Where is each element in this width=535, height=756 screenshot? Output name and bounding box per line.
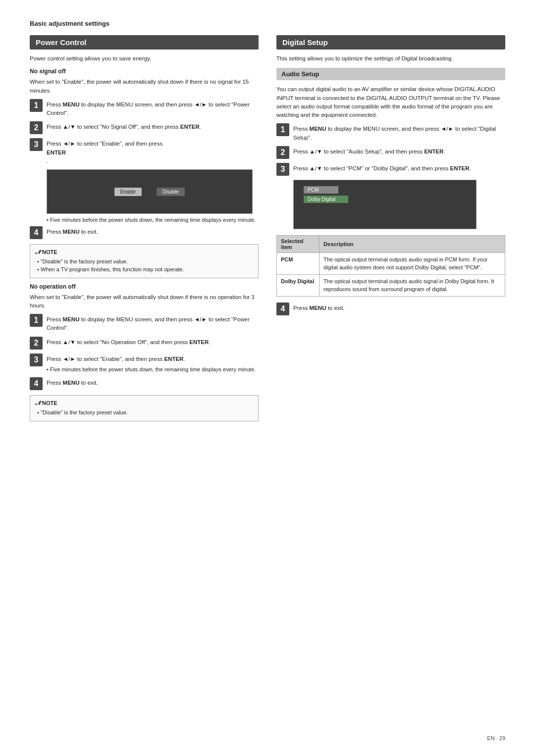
step-num-d2: 2 (276, 146, 289, 159)
step-4-no-op: 4 Press MENU to exit. (30, 377, 259, 390)
note-title-2: 𝒩 NOTE (35, 400, 253, 406)
step-2-no-signal: 2 Press ▲/▼ to select "No Signal Off", a… (30, 121, 259, 134)
table-cell-pcm-item: PCM (277, 252, 320, 274)
digital-setup-section: Digital Setup This setting allows you to… (276, 35, 505, 426)
enable-btn: Enable (114, 188, 142, 196)
note-icon-1: 𝒩 (35, 249, 40, 255)
step-num-1: 1 (30, 99, 43, 112)
note-box-1: 𝒩 NOTE "Disable" is the factory preset v… (30, 244, 259, 278)
basic-adjustment-title: Basic adjustment settings (30, 20, 505, 27)
step-3-digital: 3 Press ▲/▼ to select "PCM" or "Dolby Di… (276, 163, 505, 176)
no-operation-off-title: No operation off (30, 283, 259, 290)
table-cell-dolby-desc: The optical output terminal outputs audi… (320, 274, 505, 296)
step-num-op-4: 4 (30, 377, 43, 390)
step-1-no-op: 1 Press MENU to display the MENU screen,… (30, 314, 259, 333)
step-num-d1: 1 (276, 123, 289, 136)
no-signal-bullet: Five minutes before the power shuts down… (47, 216, 259, 224)
table-row-pcm: PCM The optical output terminal outputs … (277, 252, 505, 274)
no-signal-off-title: No signal off (30, 68, 259, 75)
power-control-title: Power Control (30, 35, 259, 50)
step-3-d-text: Press ▲/▼ to select "PCM" or "Dolby Digi… (293, 163, 471, 173)
note-label-1: NOTE (42, 249, 57, 255)
step-1-op-text: Press MENU to display the MENU screen, a… (47, 314, 259, 333)
no-operation-off-desc: When set to "Enable", the power will aut… (30, 293, 259, 310)
step-2-op-text: Press ▲/▼ to select "No Operation Off", … (47, 337, 211, 347)
step-2-digital: 2 Press ▲/▼ to select "Audio Setup", and… (276, 146, 505, 159)
step-1-d-text: Press MENU to display the MENU screen, a… (293, 123, 505, 142)
power-control-section: Power Control Power control setting allo… (30, 35, 259, 426)
step-num-d3: 3 (276, 163, 289, 176)
digital-setup-title: Digital Setup (276, 35, 505, 50)
power-control-desc: Power control setting allows you to save… (30, 54, 259, 63)
table-cell-pcm-desc: The optical output terminal outputs audi… (320, 252, 505, 274)
table-row-dolby: Dolby Digital The optical output termina… (277, 274, 505, 296)
pcm-row: PCM (304, 186, 338, 194)
note-item-1a: "Disable" is the factory preset value. (37, 257, 253, 266)
screen-mockup-digital: PCM Dolby Digital (293, 180, 477, 229)
dolby-row: Dolby Digital (304, 196, 348, 203)
step-4-text: Press MENU to exit. (47, 226, 98, 236)
audio-table: Selected item Description PCM The optica… (276, 235, 505, 297)
note-label-2: NOTE (42, 400, 57, 406)
step-4-op-text: Press MENU to exit. (47, 377, 98, 387)
step-num-d4: 4 (276, 302, 289, 315)
step-num-4: 4 (30, 226, 43, 239)
page-header: Basic adjustment settings (30, 20, 505, 27)
step-num-op-1: 1 (30, 314, 43, 327)
step-num-op-2: 2 (30, 337, 43, 350)
screen-mockup-power: Enable Disable (47, 169, 253, 214)
page-footer: EN · 29 (487, 735, 505, 741)
step-2-no-op: 2 Press ▲/▼ to select "No Operation Off"… (30, 337, 259, 350)
step-4-no-signal: 4 Press MENU to exit. (30, 226, 259, 239)
no-signal-off-desc: When set to "Enable", the power will aut… (30, 78, 259, 95)
step-num-2: 2 (30, 121, 43, 134)
step-3-no-signal: 3 Press ◄/► to select "Enable", and then… (30, 138, 259, 165)
step-4-d-text: Press MENU to exit. (293, 302, 345, 312)
audio-setup-title: Audio Setup (276, 68, 505, 80)
note-icon-2: 𝒩 (35, 400, 40, 406)
note-item-1b: When a TV program finishes, this functio… (37, 265, 253, 274)
step-1-digital: 1 Press MENU to display the MENU screen,… (276, 123, 505, 142)
digital-setup-desc: This setting allows you to optimize the … (276, 54, 505, 63)
step-4-digital: 4 Press MENU to exit. (276, 302, 505, 315)
step-1-no-signal: 1 Press MENU to display the MENU screen,… (30, 99, 259, 118)
step-3-op-text: Press ◄/► to select "Enable", and then p… (47, 353, 256, 374)
step-3-text: Press ◄/► to select "Enable", and then p… (47, 138, 162, 165)
step-2-text: Press ▲/▼ to select "No Signal Off", and… (47, 121, 201, 131)
disable-btn: Disable (157, 188, 185, 196)
step-num-3: 3 (30, 138, 43, 151)
table-header-desc: Description (320, 235, 505, 252)
table-cell-dolby-item: Dolby Digital (277, 274, 320, 296)
audio-setup-desc: You can output digital audio to an AV am… (276, 85, 505, 119)
step-3-no-op: 3 Press ◄/► to select "Enable", and then… (30, 353, 259, 374)
note-box-2: 𝒩 NOTE "Disable" is the factory preset v… (30, 395, 259, 421)
step-num-op-3: 3 (30, 353, 43, 366)
step-1-text: Press MENU to display the MENU screen, a… (47, 99, 259, 118)
note-title-1: 𝒩 NOTE (35, 249, 253, 255)
step-2-d-text: Press ▲/▼ to select "Audio Setup", and t… (293, 146, 445, 156)
note-item-2a: "Disable" is the factory preset value. (37, 408, 253, 417)
table-header-selected: Selected item (277, 235, 320, 252)
